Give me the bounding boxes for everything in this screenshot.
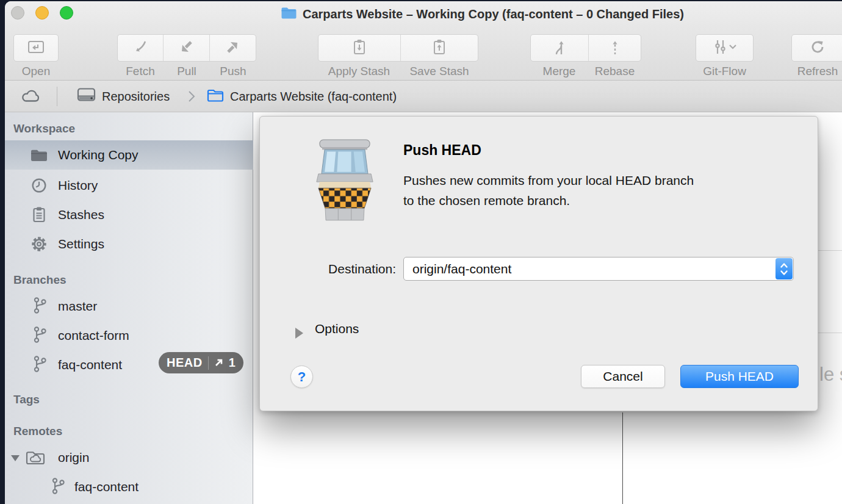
destination-select[interactable]: origin/faq-content [403,257,794,281]
push-button[interactable] [210,35,256,61]
sidebar-section-tags: Tags [13,393,40,406]
drive-icon [77,87,96,106]
apply-stash-icon [351,38,367,58]
sidebar-section-workspace: Workspace [13,122,75,135]
toolbar: Open [5,27,842,81]
pull-button[interactable] [164,35,209,61]
sidebar-item-label: master [58,299,97,314]
sidebar-item-label: faq-content [58,358,122,372]
git-flow-button[interactable] [696,34,754,62]
sidebar-item-label: History [58,178,98,193]
breadcrumb-chevron-icon [188,81,195,112]
zoom-button[interactable] [60,6,73,20]
open-button[interactable] [13,34,59,62]
stash-group [318,34,478,62]
disclosure-triangle-icon[interactable] [11,455,20,461]
push-arrow-icon [224,39,241,57]
sidebar-item-branch-faq-content[interactable]: faq-content HEAD 1 [5,350,253,380]
options-disclosure-icon[interactable] [295,328,303,339]
sidebar-item-history[interactable]: History [5,171,253,200]
app-window: Carparts Website – Working Copy (faq-con… [5,1,842,504]
sidebar-item-label: contact-form [58,328,129,343]
apply-stash-label: Apply Stash [318,65,400,78]
head-badge: HEAD 1 [159,352,243,373]
save-stash-icon [431,38,447,58]
dialog-description-line2: to the chosen remote branch. [403,190,694,211]
gear-icon [29,236,49,253]
titlebar: Carparts Website – Working Copy (faq-con… [5,1,842,27]
breadcrumb: Repositories Carparts Website (faq-conte… [5,81,842,112]
sidebar-item-branch-master[interactable]: master [5,292,253,321]
push-head-dialog: Push HEAD Pushes new commits from your l… [259,116,818,411]
badge-divider [208,356,209,370]
ahead-arrow-icon [214,358,223,367]
clock-icon [29,178,49,193]
select-stepper-icon[interactable] [775,258,793,279]
breadcrumb-divider [57,87,57,106]
branch-icon [33,355,48,375]
sidebar-section-remotes: Remotes [13,425,62,438]
merge-label: Merge [530,65,588,78]
sidebar-item-label: Settings [58,237,104,251]
sidebar-item-working-copy[interactable]: Working Copy [5,140,253,170]
clipboard-icon [29,206,49,223]
sidebar-item-label: Working Copy [58,148,139,162]
push-head-button[interactable]: Push HEAD [680,365,799,388]
branch-icon [33,326,48,346]
fetch-arrow-icon [132,39,149,57]
minimize-button[interactable] [35,6,49,20]
help-button[interactable]: ? [290,365,313,388]
destination-label: Destination: [284,262,396,276]
folder-icon [29,148,49,162]
window-folder-icon [281,6,297,22]
breadcrumb-repositories[interactable]: Repositories [77,81,170,112]
merge-icon [552,38,567,58]
sidebar-item-stashes[interactable]: Stashes [5,200,253,229]
open-folder-icon [27,39,45,57]
sidebar-item-settings[interactable]: Settings [5,229,253,259]
merge-rebase-group [530,34,641,62]
branch-icon [33,297,48,317]
sidebar-item-remote-origin[interactable]: origin [5,443,253,472]
ahead-count: 1 [229,356,236,370]
window-title: Carparts Website – Working Copy (faq-con… [303,7,684,21]
sidebar-item-label: Stashes [58,207,104,222]
refresh-icon [809,38,826,58]
merge-button[interactable] [531,35,589,61]
fetch-pull-push-group [117,34,256,62]
save-stash-button[interactable] [401,35,478,61]
save-stash-label: Save Stash [400,65,478,78]
pull-label: Pull [164,65,210,78]
head-badge-label: HEAD [167,356,203,370]
services-cloud-button[interactable] [20,81,41,112]
remote-folder-icon [26,450,45,466]
apply-stash-button[interactable] [318,35,401,61]
rebase-icon [607,38,623,58]
background-row-divider [818,333,842,333]
sidebar-item-branch-contact-form[interactable]: contact-form [5,321,253,350]
cancel-button[interactable]: Cancel [581,365,665,388]
dialog-description-line1: Pushes new commits from your local HEAD … [403,170,694,190]
close-button[interactable] [11,6,24,20]
dialog-description: Pushes new commits from your local HEAD … [403,170,694,211]
rebase-button[interactable] [589,35,641,61]
dialog-title: Push HEAD [403,142,481,159]
fetch-button[interactable] [118,35,164,61]
branch-icon [51,477,66,497]
open-label: Open [13,65,59,78]
breadcrumb-repositories-label: Repositories [102,90,170,104]
background-row-divider [818,250,842,251]
tower-app-icon [312,135,378,224]
refresh-label: Refresh [793,65,842,78]
pane-splitter[interactable] [622,412,623,504]
sidebar-item-remote-faq-content[interactable]: faq-content [5,472,253,502]
help-question-mark: ? [298,369,306,385]
destination-value: origin/faq-content [404,262,511,276]
breadcrumb-current-repo[interactable]: Carparts Website (faq-content) [207,81,397,112]
breadcrumb-current-label: Carparts Website (faq-content) [230,90,397,104]
git-flow-icon [711,39,738,57]
push-label: Push [210,65,256,78]
fetch-label: Fetch [117,65,164,78]
refresh-button[interactable] [791,34,842,62]
options-label[interactable]: Options [315,322,359,336]
